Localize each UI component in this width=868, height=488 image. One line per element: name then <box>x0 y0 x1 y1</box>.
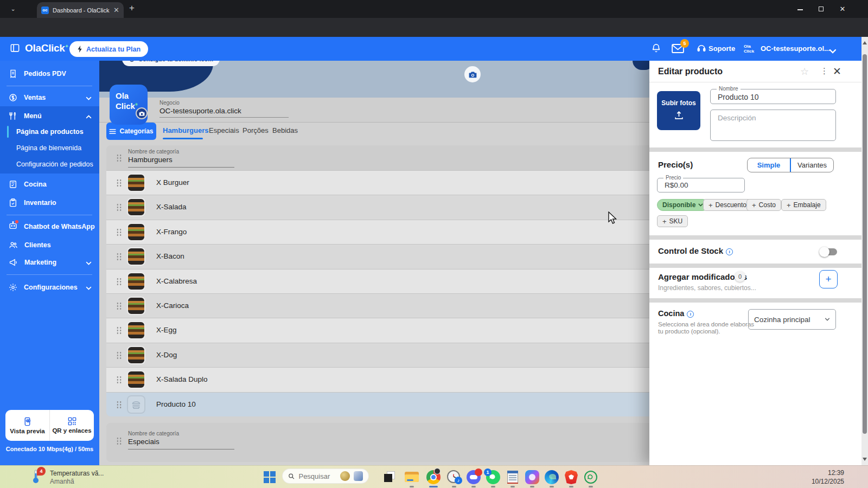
drag-handle-icon[interactable] <box>116 203 122 211</box>
tab-hamburguers[interactable]: Hamburguers <box>163 126 209 134</box>
tab-bebidas[interactable]: Bebidas <box>272 126 298 134</box>
new-tab-button[interactable]: + <box>129 3 135 14</box>
sidebar-item-inventario[interactable]: Inventario <box>0 194 99 211</box>
favorite-star-icon[interactable]: ☆ <box>800 66 809 78</box>
preview-button[interactable]: Vista previa <box>5 410 49 441</box>
mouse-cursor <box>608 211 617 224</box>
tab-search-chevron-icon[interactable]: ⌄ <box>7 4 20 14</box>
close-icon[interactable]: ✕ <box>833 65 841 78</box>
clock-app-icon[interactable]: ♪ <box>447 470 461 484</box>
sidebar-item-pagina-de-bienvenida[interactable]: Página de bienvenida <box>16 144 81 152</box>
cover-camera-button[interactable] <box>464 66 481 82</box>
support-headset-icon[interactable] <box>697 43 706 55</box>
input-underline <box>128 167 234 168</box>
drag-handle-icon[interactable] <box>116 302 122 310</box>
info-icon[interactable]: i <box>687 311 694 318</box>
window-minimize-button[interactable] <box>792 3 808 15</box>
sidebar-toggle-icon[interactable] <box>10 43 20 55</box>
drag-handle-icon[interactable] <box>116 326 122 335</box>
edge-icon[interactable] <box>545 470 559 484</box>
drag-handle-icon[interactable] <box>116 351 122 359</box>
add-cost-chip[interactable]: +Costo <box>746 199 781 211</box>
start-button[interactable] <box>264 471 276 483</box>
upgrade-plan-button[interactable]: Actualiza tu Plan <box>69 41 148 57</box>
sidebar-bottom-card: Vista previa QR y enlaces <box>5 410 94 441</box>
categories-button[interactable]: Categorías <box>106 123 156 140</box>
drag-handle-icon[interactable] <box>116 228 122 236</box>
sidebar-item-marketing[interactable]: Marketing <box>0 254 99 271</box>
get-domain-banner[interactable]: Consigue tu dominio .com <box>122 61 220 66</box>
sidebar-item-cocina[interactable]: Cocina <box>0 176 99 193</box>
account-chevron-down-icon[interactable] <box>829 46 837 56</box>
kitchen-select[interactable]: Cozinha principal <box>748 309 836 330</box>
add-modifier-button[interactable]: + <box>819 270 838 288</box>
discord-icon[interactable] <box>467 470 481 484</box>
section-divider <box>649 298 861 303</box>
food-placeholder-icon <box>131 400 141 409</box>
add-discount-chip[interactable]: +Descuento <box>703 199 752 211</box>
search-highlight-medal-icon[interactable] <box>340 471 349 481</box>
running-indicator <box>569 486 573 487</box>
upload-photos-button[interactable]: Subir fotos <box>657 91 700 130</box>
drag-handle-icon[interactable] <box>116 376 122 384</box>
weather-subtitle: Amanhã <box>50 478 74 485</box>
more-options-icon[interactable]: ⋮ <box>820 66 828 76</box>
drag-handle-icon[interactable] <box>116 253 122 261</box>
scrollbar-thumb[interactable] <box>863 54 867 434</box>
sidebar-item-menu[interactable]: Menú <box>0 107 99 125</box>
tab-porcoes[interactable]: Porções <box>242 126 269 134</box>
price-field-value[interactable]: R$0.00 <box>665 181 688 189</box>
add-packaging-chip[interactable]: +Embalaje <box>781 199 826 211</box>
running-indicator <box>410 486 414 487</box>
scrollbar-down-icon[interactable] <box>863 458 867 461</box>
add-sku-chip[interactable]: +SKU <box>657 215 688 227</box>
avatar-camera-button[interactable] <box>136 107 148 119</box>
availability-chip[interactable]: Disponible <box>657 199 709 211</box>
weather-title[interactable]: Temperaturas vã... <box>50 470 104 477</box>
qr-links-button[interactable]: QR y enlaces <box>49 410 94 441</box>
mode-variants-button[interactable]: Variantes <box>791 158 833 172</box>
drag-handle-icon[interactable] <box>116 278 122 286</box>
category-name-input[interactable]: Hamburguers <box>128 156 173 164</box>
drag-handle-icon[interactable] <box>116 401 122 409</box>
name-field-value[interactable]: Producto 10 <box>718 93 759 101</box>
tab-close-icon[interactable]: ✕ <box>113 6 119 14</box>
browser-tab[interactable]: oc Dashboard - OlaClick ✕ <box>37 2 124 18</box>
drag-handle-icon[interactable] <box>116 154 122 162</box>
sidebar-item-configuracion-de-pedidos[interactable]: Configuración de pedidos <box>16 160 93 168</box>
notepad-icon[interactable] <box>506 470 520 484</box>
taskbar-search[interactable] <box>282 468 369 484</box>
business-name-label: Negocio <box>159 100 180 106</box>
drag-handle-icon[interactable] <box>116 437 122 445</box>
sidebar-item-pedidos-pdv[interactable]: Pedidos PDV <box>0 65 99 82</box>
whatsapp-icon[interactable]: 1 <box>486 470 500 484</box>
business-name-value[interactable]: OC-testesuporte.ola.click <box>159 107 241 115</box>
sidebar-item-clientes[interactable]: Clientes <box>0 236 99 254</box>
mode-simple-button[interactable]: Simple <box>748 158 791 172</box>
whatsapp-outline-icon[interactable] <box>584 470 598 484</box>
page-scrollbar[interactable] <box>861 37 868 465</box>
task-view-icon[interactable] <box>383 470 397 484</box>
brave-icon[interactable] <box>564 470 578 484</box>
window-close-button[interactable]: ✕ <box>834 3 851 15</box>
tab-especiais[interactable]: Especiais <box>209 126 239 134</box>
scrollbar-up-icon[interactable] <box>863 41 867 44</box>
account-name[interactable]: OC-testesuporte.ol... <box>761 44 830 53</box>
sidebar-item-pagina-de-productos[interactable]: Página de productos <box>16 128 84 136</box>
info-icon[interactable]: i <box>726 248 733 255</box>
chrome-icon[interactable] <box>426 470 441 484</box>
stock-control-toggle[interactable] <box>821 248 837 255</box>
file-explorer-icon[interactable] <box>405 470 419 484</box>
search-highlight-photo-icon[interactable] <box>354 471 363 481</box>
support-label[interactable]: Soporte <box>709 44 735 53</box>
search-input[interactable] <box>298 472 336 480</box>
taskbar-clock[interactable]: 12:39 10/12/2025 <box>792 468 844 486</box>
sidebar-item-configuraciones[interactable]: Configuraciones <box>0 279 99 296</box>
copilot-icon[interactable] <box>525 470 539 484</box>
sidebar-item-ventas[interactable]: Ventas <box>0 89 99 106</box>
drag-handle-icon[interactable] <box>116 179 122 187</box>
sidebar-item-chatbot-whatsapp[interactable]: Chatbot de WhatsApp <box>0 218 99 235</box>
category-name-input[interactable]: Especiais <box>128 438 159 446</box>
window-maximize-button[interactable] <box>813 3 829 15</box>
notifications-bell-icon[interactable] <box>651 43 661 56</box>
